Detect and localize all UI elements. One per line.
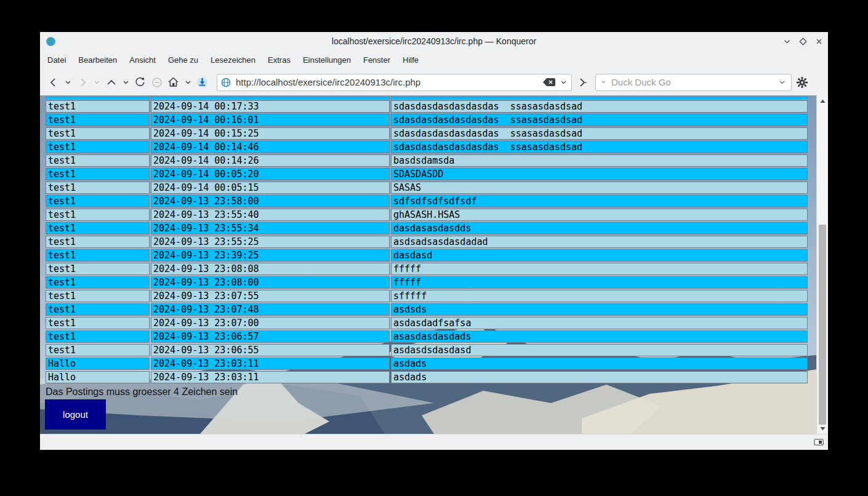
vertical-scrollbar[interactable] [816, 95, 828, 434]
user-cell: test1 [46, 100, 150, 113]
messages-table: test12024-09-14 00:17:33sdasdasdasdasdas… [44, 95, 809, 385]
user-cell: test1 [46, 290, 150, 302]
message-cell: sdasdasdasdasdasdas ssasasdasdsad [391, 100, 808, 113]
message-cell: sdasdasdasdasdasdas ssasasdasdsad [391, 141, 808, 153]
message-cell: SASAS [391, 182, 808, 194]
time-cell: 2024-09-13 23:39:25 [151, 249, 390, 262]
menu-extras[interactable]: Extras [262, 53, 297, 67]
user-cell: test1 [46, 276, 150, 289]
message-cell: SDASDASDD [391, 168, 808, 180]
scrollbar-thumb[interactable] [819, 225, 826, 425]
logout-button[interactable]: logout [45, 399, 106, 430]
table-row: test12024-09-13 23:55:25asdsadsasdasdada… [46, 236, 808, 248]
time-cell: 2024-09-13 23:06:55 [151, 344, 390, 356]
table-row: test12024-09-13 23:06:55asdasdsdasdasd [46, 344, 808, 356]
time-cell: 2024-09-14 00:14:26 [151, 154, 390, 167]
home-dropdown-icon[interactable] [182, 74, 194, 91]
time-cell: 2024-09-13 23:55:40 [151, 209, 390, 221]
menu-ansicht[interactable]: Ansicht [123, 53, 162, 67]
user-cell: test1 [46, 303, 150, 316]
time-cell: 2024-09-13 23:08:00 [151, 276, 390, 289]
user-cell: test1 [46, 168, 150, 180]
window-shade-icon[interactable] [781, 36, 792, 47]
messages-table-body: test12024-09-14 00:17:33sdasdasdasdasdas… [46, 97, 808, 383]
menu-fenster[interactable]: Fenster [357, 53, 396, 67]
time-cell: 2024-09-13 23:55:25 [151, 236, 390, 248]
menu-einstellungen[interactable]: Einstellungen [297, 53, 357, 67]
site-globe-icon [221, 78, 231, 87]
back-dropdown-icon[interactable] [62, 74, 74, 91]
message-cell: dasdasasdasdds [391, 222, 808, 234]
table-row: test12024-09-13 23:07:48asdsds [46, 303, 808, 316]
back-icon[interactable] [45, 74, 62, 91]
user-cell: test1 [46, 195, 150, 207]
user-cell: test1 [46, 209, 150, 221]
scroll-up-icon[interactable] [817, 97, 828, 105]
time-cell: 2024-09-13 23:07:48 [151, 303, 390, 316]
time-cell: 2024-09-13 23:08:08 [151, 263, 390, 275]
message-cell: sdfsdfsdfsdfsdf [391, 195, 808, 207]
menu-datei[interactable]: Datei [41, 53, 72, 67]
message-cell: asdasdsdasdasd [391, 344, 808, 356]
menu-hilfe[interactable]: Hilfe [396, 53, 425, 67]
time-cell: 2024-09-14 00:05:15 [151, 182, 390, 194]
search-dropdown-icon[interactable] [778, 78, 786, 86]
user-cell: test1 [46, 114, 150, 126]
url-bar[interactable] [217, 74, 572, 91]
time-cell: 2024-09-14 00:15:25 [151, 127, 390, 140]
time-cell: 2024-09-14 00:16:01 [151, 114, 390, 126]
message-cell: asdsds [391, 303, 808, 316]
forward-icon [74, 74, 90, 91]
menu-gehe-zu[interactable]: Gehe zu [162, 53, 204, 67]
user-cell: test1 [46, 222, 150, 234]
go-icon[interactable] [574, 74, 590, 91]
scroll-down-icon[interactable] [817, 424, 828, 433]
up-icon[interactable] [103, 74, 119, 91]
forward-dropdown-icon [90, 74, 103, 91]
table-row: test12024-09-13 23:08:08fffff [46, 263, 808, 275]
table-row: test12024-09-13 23:08:00fffff [46, 276, 808, 289]
user-cell: test1 [46, 263, 150, 275]
time-cell: 2024-09-14 00:14:46 [151, 141, 390, 153]
search-bar[interactable] [595, 74, 792, 91]
table-row: test12024-09-14 00:05:20SDASDASDD [46, 168, 808, 180]
download-icon[interactable] [194, 74, 211, 91]
user-cell: test1 [46, 344, 150, 356]
window-maximize-icon[interactable] [797, 36, 808, 47]
titlebar[interactable]: localhost/exersice/irc20240913c/irc.php … [40, 32, 828, 51]
table-row-partial [46, 97, 808, 99]
menu-lesezeichen[interactable]: Lesezeichen [204, 53, 262, 67]
menubar: Datei Bearbeiten Ansicht Gehe zu Lesezei… [40, 51, 828, 69]
user-cell: test1 [46, 317, 150, 329]
table-row: test12024-09-14 00:14:26basdsdamsda [46, 154, 808, 167]
time-cell: 2024-09-13 23:03:11 [151, 358, 390, 370]
table-row: test12024-09-14 00:17:33sdasdasdasdasdas… [46, 100, 808, 113]
time-cell: 2024-09-14 00:17:33 [151, 100, 390, 113]
window-title: localhost/exersice/irc20240913c/irc.php … [40, 32, 828, 51]
clear-url-icon[interactable] [542, 78, 556, 87]
time-cell: 2024-09-13 23:03:11 [151, 371, 390, 383]
user-cell: test1 [46, 330, 150, 343]
message-cell: ghASASH.HSAS [391, 209, 808, 221]
toolbar [40, 69, 828, 95]
message-cell: asasdasdasdads [391, 330, 808, 343]
message-cell: sfffff [391, 290, 808, 302]
user-cell: test1 [46, 127, 150, 140]
reload-icon[interactable] [132, 74, 148, 91]
search-input[interactable] [610, 76, 774, 88]
user-cell: Hallo [46, 358, 150, 370]
user-cell: test1 [46, 249, 150, 262]
url-dropdown-icon[interactable] [560, 78, 568, 86]
settings-gear-icon[interactable] [793, 74, 811, 91]
menu-bearbeiten[interactable]: Bearbeiten [72, 53, 123, 67]
window-close-icon[interactable] [813, 36, 824, 47]
time-cell: 2024-09-13 23:55:34 [151, 222, 390, 234]
posting-length-notice: Das Postings muss groesser 4 Zeichen sei… [46, 386, 238, 398]
message-cell: asdads [391, 371, 808, 383]
up-dropdown-icon[interactable] [119, 74, 132, 91]
statusbar-toggle-icon[interactable] [813, 438, 824, 446]
url-input[interactable] [235, 76, 539, 88]
table-row: Hallo2024-09-13 23:03:11asdads [46, 358, 808, 370]
table-row: test12024-09-14 00:14:46sdasdasdasdasdas… [46, 141, 808, 153]
home-icon[interactable] [165, 74, 182, 91]
